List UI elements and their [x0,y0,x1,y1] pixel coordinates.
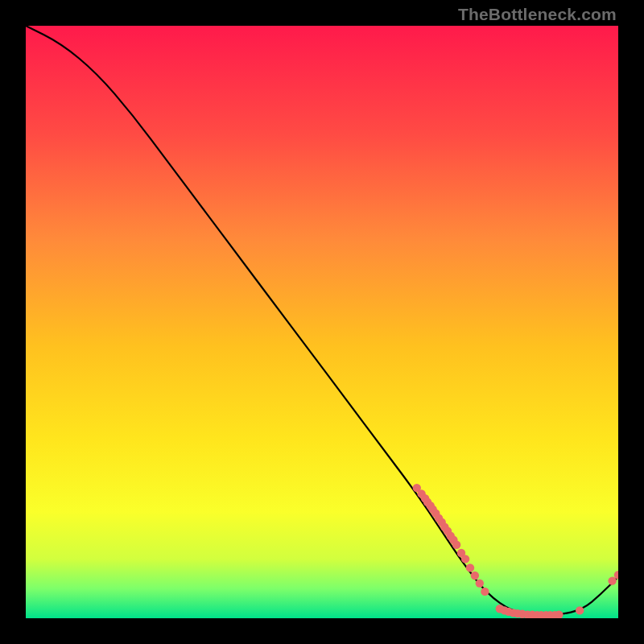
data-point [452,541,460,549]
data-point [476,579,484,587]
data-point [471,572,479,580]
data-point [608,576,616,584]
attribution-text: TheBottleneck.com [458,5,617,24]
data-point [576,606,584,614]
chart-frame [26,26,618,618]
data-point [481,588,489,596]
data-point [466,564,474,572]
chart-svg [26,26,618,618]
gradient-background [26,26,618,618]
data-point [461,555,469,563]
